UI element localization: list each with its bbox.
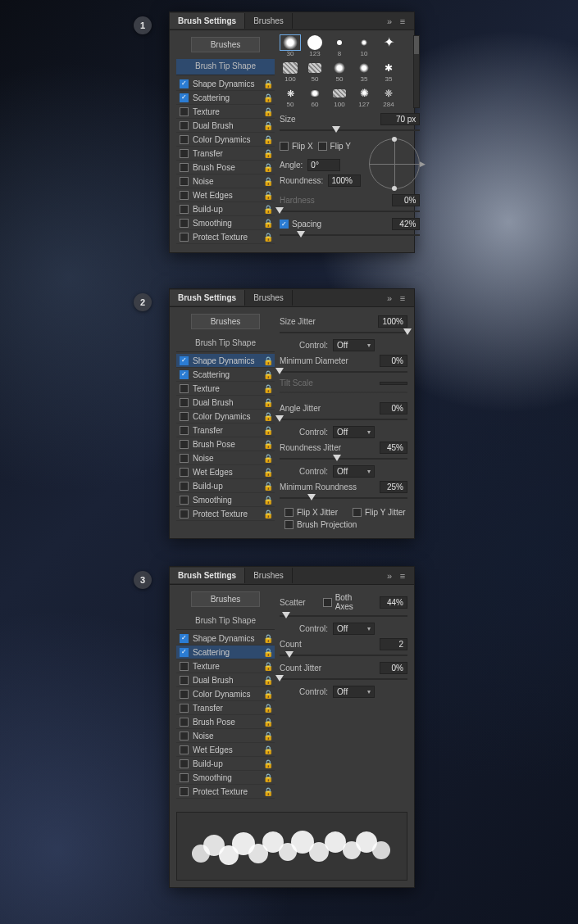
sidebar-checkbox[interactable]	[180, 468, 189, 477]
brush-preset[interactable]: 60	[304, 86, 325, 108]
lock-icon[interactable]: 🔒	[263, 468, 273, 477]
roundness-jitter-control-dropdown[interactable]: Off▾	[333, 465, 375, 478]
lock-icon[interactable]: 🔒	[263, 634, 273, 643]
sidebar-checkbox[interactable]	[180, 163, 189, 172]
lock-icon[interactable]: 🔒	[263, 510, 273, 519]
lock-icon[interactable]: 🔒	[263, 384, 273, 393]
roundness-jitter-value[interactable]: 45%	[380, 442, 407, 454]
brush-preset[interactable]: 8	[329, 35, 350, 57]
brush-preset[interactable]: ❋50	[280, 86, 301, 108]
sidebar-item-dual-brush[interactable]: Dual Brush🔒	[176, 396, 275, 410]
brush-preset[interactable]: 30	[280, 35, 301, 57]
min-diameter-value[interactable]: 0%	[380, 355, 407, 367]
sidebar-checkbox[interactable]	[180, 356, 189, 365]
sidebar-checkbox[interactable]	[180, 732, 189, 741]
size-slider[interactable]	[280, 127, 420, 134]
lock-icon[interactable]: 🔒	[263, 690, 273, 699]
lock-icon[interactable]: 🔒	[263, 676, 273, 685]
sidebar-item-color-dynamics[interactable]: Color Dynamics🔒	[176, 410, 275, 424]
brush-preset[interactable]: 50	[304, 61, 325, 83]
spacing-slider[interactable]	[280, 232, 420, 238]
lock-icon[interactable]: 🔒	[263, 496, 273, 505]
panel-menu-icon[interactable]: ≡	[396, 16, 409, 26]
brush-preset[interactable]: ✱35	[378, 61, 399, 83]
tab-brushes[interactable]: Brushes	[245, 568, 293, 583]
sidebar-item-transfer[interactable]: Transfer🔒	[176, 424, 275, 437]
lock-icon[interactable]: 🔒	[263, 149, 273, 158]
tab-brushes[interactable]: Brushes	[245, 13, 293, 29]
brush-grid-scrollbar[interactable]	[413, 35, 420, 108]
brush-preset[interactable]: 50	[329, 61, 350, 83]
lock-icon[interactable]: 🔒	[263, 233, 273, 242]
flip-y-jitter-checkbox[interactable]: Flip Y Jitter	[353, 508, 406, 517]
sidebar-item-shape-dynamics[interactable]: Shape Dynamics🔒	[176, 632, 275, 645]
sidebar-checkbox[interactable]	[180, 704, 189, 713]
sidebar-item-dual-brush[interactable]: Dual Brush🔒	[176, 673, 275, 687]
lock-icon[interactable]: 🔒	[263, 370, 273, 379]
lock-icon[interactable]: 🔒	[263, 398, 273, 407]
brush-preset[interactable]: ✦	[378, 35, 399, 57]
sidebar-item-texture[interactable]: Texture🔒	[176, 659, 275, 673]
brush-preset[interactable]: 35	[353, 61, 375, 83]
lock-icon[interactable]: 🔒	[263, 107, 273, 116]
lock-icon[interactable]: 🔒	[263, 718, 273, 727]
panel-menu-icon[interactable]: ≡	[396, 293, 409, 303]
min-diameter-slider[interactable]	[280, 369, 407, 375]
lock-icon[interactable]: 🔒	[263, 787, 273, 796]
sidebar-item-protect-texture[interactable]: Protect Texture🔒	[176, 507, 275, 521]
sidebar-item-shape-dynamics[interactable]: Shape Dynamics🔒	[176, 77, 275, 91]
brush-tip-shape[interactable]: Brush Tip Shape	[176, 614, 275, 630]
sidebar-checkbox[interactable]	[180, 149, 189, 158]
size-jitter-slider[interactable]	[280, 329, 407, 336]
collapse-panel-icon[interactable]: »	[383, 16, 396, 26]
brushes-button[interactable]: Brushes	[191, 37, 260, 52]
lock-icon[interactable]: 🔒	[263, 93, 273, 102]
lock-icon[interactable]: 🔒	[263, 662, 273, 671]
size-value[interactable]: 70 px	[380, 113, 420, 125]
count-jitter-value[interactable]: 0%	[380, 662, 407, 674]
sidebar-item-shape-dynamics[interactable]: Shape Dynamics🔒	[176, 354, 275, 368]
roundness-jitter-slider[interactable]	[280, 455, 407, 462]
lock-icon[interactable]: 🔒	[263, 426, 273, 435]
size-jitter-value[interactable]: 100%	[378, 315, 407, 328]
sidebar-checkbox[interactable]	[180, 121, 189, 130]
flip-x-checkbox[interactable]: Flip X	[280, 142, 313, 151]
lock-icon[interactable]: 🔒	[263, 773, 273, 782]
min-roundness-slider[interactable]	[280, 495, 407, 501]
lock-icon[interactable]: 🔒	[263, 177, 273, 186]
sidebar-item-build-up[interactable]: Build-up🔒	[176, 757, 275, 771]
lock-icon[interactable]: 🔒	[263, 648, 273, 657]
brush-tip-shape[interactable]: Brush Tip Shape	[176, 336, 275, 352]
lock-icon[interactable]: 🔒	[263, 732, 273, 741]
sidebar-item-smoothing[interactable]: Smoothing🔒	[176, 216, 275, 230]
count-value[interactable]: 2	[380, 638, 407, 650]
sidebar-checkbox[interactable]	[180, 496, 189, 505]
sidebar-item-brush-pose[interactable]: Brush Pose🔒	[176, 437, 275, 451]
spacing-checkbox[interactable]: Spacing	[280, 220, 321, 229]
sidebar-item-dual-brush[interactable]: Dual Brush🔒	[176, 119, 275, 133]
sidebar-checkbox[interactable]	[180, 191, 189, 200]
scatter-slider[interactable]	[280, 613, 407, 619]
sidebar-checkbox[interactable]	[180, 648, 189, 657]
sidebar-item-noise[interactable]: Noise🔒	[176, 729, 275, 743]
brush-preset[interactable]: 10	[353, 35, 375, 57]
sidebar-item-protect-texture[interactable]: Protect Texture🔒	[176, 230, 275, 244]
sidebar-checkbox[interactable]	[180, 454, 189, 463]
sidebar-checkbox[interactable]	[180, 79, 189, 88]
brush-projection-checkbox[interactable]: Brush Projection	[284, 520, 357, 529]
lock-icon[interactable]: 🔒	[263, 745, 273, 754]
sidebar-item-wet-edges[interactable]: Wet Edges🔒	[176, 743, 275, 757]
hardness-slider[interactable]	[280, 208, 420, 215]
count-jitter-control-dropdown[interactable]: Off▾	[333, 686, 375, 698]
sidebar-checkbox[interactable]	[180, 440, 189, 449]
sidebar-item-scattering[interactable]: Scattering🔒	[176, 91, 275, 105]
sidebar-checkbox[interactable]	[180, 662, 189, 671]
hardness-value[interactable]: 0%	[392, 194, 420, 206]
brushes-button[interactable]: Brushes	[191, 591, 260, 607]
sidebar-item-wet-edges[interactable]: Wet Edges🔒	[176, 465, 275, 479]
sidebar-item-noise[interactable]: Noise🔒	[176, 174, 275, 188]
flip-y-checkbox[interactable]: Flip Y	[318, 142, 351, 151]
sidebar-checkbox[interactable]	[180, 745, 189, 754]
sidebar-checkbox[interactable]	[180, 426, 189, 435]
scatter-value[interactable]: 44%	[380, 596, 407, 609]
